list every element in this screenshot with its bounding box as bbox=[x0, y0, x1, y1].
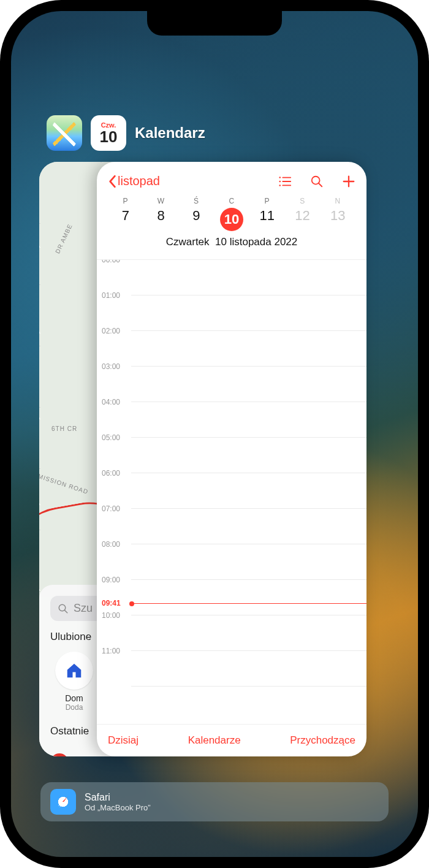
hour-slot[interactable]: 09:00 bbox=[131, 580, 366, 615]
map-pin-icon bbox=[47, 750, 72, 756]
date-cell[interactable]: 12 bbox=[285, 208, 321, 231]
date-cell[interactable]: 7 bbox=[108, 208, 143, 231]
hour-slot[interactable]: 06:00 bbox=[131, 473, 366, 509]
add-event-button[interactable] bbox=[342, 175, 355, 188]
selected-date-subtitle: Czwartek 10 listopada 2022 bbox=[108, 236, 355, 248]
weekday-label: P bbox=[249, 197, 285, 205]
day-timeline[interactable]: 00:0001:0002:0003:0004:0005:0006:0007:00… bbox=[97, 259, 366, 724]
svg-line-9 bbox=[319, 183, 322, 186]
selected-weekday: Czwartek bbox=[166, 236, 210, 248]
handoff-title: Safari bbox=[85, 792, 151, 803]
current-time-label: 09:41 bbox=[102, 599, 121, 607]
maps-home-sublabel: Doda bbox=[66, 703, 83, 712]
weekday-label: N bbox=[320, 197, 355, 205]
list-icon bbox=[278, 175, 292, 188]
hour-label: 04:00 bbox=[102, 398, 120, 406]
calendar-app-icon[interactable]: Czw. 10 bbox=[91, 115, 126, 151]
date-cell[interactable]: 11 bbox=[249, 208, 285, 231]
selected-date: 10 listopada 2022 bbox=[215, 236, 297, 248]
today-button[interactable]: Dzisiaj bbox=[108, 734, 139, 747]
weekday-label: S bbox=[285, 197, 321, 205]
safari-icon bbox=[50, 789, 76, 815]
date-cell[interactable]: 13 bbox=[320, 208, 355, 231]
hour-label: 05:00 bbox=[102, 433, 120, 442]
hour-slot[interactable]: 04:00 bbox=[131, 402, 366, 438]
svg-point-6 bbox=[279, 180, 281, 182]
notch bbox=[147, 11, 282, 36]
back-label: listopad bbox=[118, 174, 160, 188]
svg-point-5 bbox=[279, 177, 281, 178]
weekday-row: PWŚCPSN bbox=[108, 197, 355, 205]
screen: Czw. 10 Kalendarz DR AMBE MISSION ROAD 6… bbox=[11, 11, 418, 857]
date-cell[interactable]: 9 bbox=[178, 208, 214, 231]
hour-slot[interactable]: 05:00 bbox=[131, 438, 366, 473]
map-road-label: DR AMBE bbox=[54, 223, 74, 255]
weekday-label: Ś bbox=[178, 197, 214, 205]
app-card-calendar[interactable]: listopad PWŚCPSN 7 bbox=[97, 162, 366, 756]
hour-slot[interactable]: 08:00 bbox=[131, 544, 366, 580]
hour-slot[interactable]: 07:00 bbox=[131, 509, 366, 544]
chevron-left-icon bbox=[108, 175, 116, 188]
hour-slot[interactable]: 10:00 bbox=[131, 615, 366, 651]
inbox-button[interactable]: Przychodzące bbox=[290, 734, 355, 747]
back-to-month-button[interactable]: listopad bbox=[108, 174, 160, 188]
hour-slot[interactable]: 01:00 bbox=[131, 295, 366, 331]
list-view-button[interactable] bbox=[278, 175, 292, 188]
current-time-line bbox=[131, 603, 366, 604]
maps-favorite-home[interactable]: Dom Doda bbox=[50, 652, 98, 712]
weekday-label: W bbox=[143, 197, 179, 205]
calendar-toolbar: Dzisiaj Kalendarze Przychodzące bbox=[97, 724, 366, 756]
svg-line-1 bbox=[64, 610, 67, 613]
date-cell[interactable]: 8 bbox=[143, 208, 179, 231]
hour-slot[interactable]: 00:00 bbox=[131, 260, 366, 295]
hour-label: 07:00 bbox=[102, 504, 120, 513]
search-icon bbox=[58, 603, 69, 614]
hour-label: 10:00 bbox=[102, 611, 120, 620]
maps-search-placeholder: Szu bbox=[74, 602, 93, 615]
handoff-subtitle: Od „MacBook Pro” bbox=[85, 803, 151, 812]
handoff-banner[interactable]: Safari Od „MacBook Pro” bbox=[40, 782, 389, 821]
hour-label: 09:00 bbox=[102, 576, 120, 584]
maps-app-icon[interactable] bbox=[47, 115, 82, 151]
search-icon bbox=[310, 175, 324, 188]
app-switcher-header: Czw. 10 Kalendarz bbox=[47, 115, 205, 151]
map-road-label: MISSION ROAD bbox=[39, 473, 89, 495]
weekday-label: P bbox=[108, 197, 143, 205]
hour-slot[interactable]: 02:00 bbox=[131, 331, 366, 367]
plus-icon bbox=[342, 175, 355, 188]
hour-label: 01:00 bbox=[102, 291, 120, 300]
maps-home-label: Dom bbox=[65, 693, 83, 703]
calendar-icon-day: 10 bbox=[100, 129, 118, 145]
hour-slot[interactable]: 03:00 bbox=[131, 367, 366, 402]
date-row: 78910111213 bbox=[108, 208, 355, 231]
calendars-button[interactable]: Kalendarze bbox=[188, 734, 241, 747]
date-cell[interactable]: 10 bbox=[214, 208, 249, 231]
hour-label: 02:00 bbox=[102, 327, 120, 335]
hour-slot[interactable]: 11:00 bbox=[131, 651, 366, 687]
home-icon bbox=[55, 652, 93, 690]
hour-label: 08:00 bbox=[102, 540, 120, 549]
weekday-label: C bbox=[214, 197, 249, 205]
hour-label: 11:00 bbox=[102, 647, 120, 655]
hour-label: 06:00 bbox=[102, 469, 120, 478]
hour-label: 03:00 bbox=[102, 362, 120, 371]
search-button[interactable] bbox=[310, 175, 324, 188]
iphone-frame: Czw. 10 Kalendarz DR AMBE MISSION ROAD 6… bbox=[0, 0, 429, 868]
map-road-label: 6TH CR bbox=[51, 425, 77, 432]
hour-label: 00:00 bbox=[102, 259, 120, 264]
front-app-label: Kalendarz bbox=[135, 124, 205, 142]
svg-point-7 bbox=[279, 185, 281, 186]
